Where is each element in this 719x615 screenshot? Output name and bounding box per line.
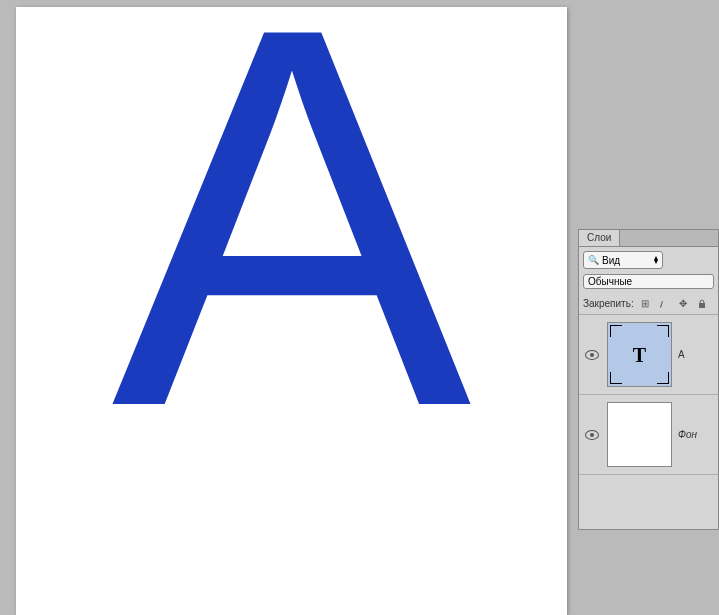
layer-thumbnail[interactable]: T: [607, 322, 672, 387]
corner-marker: [657, 325, 669, 337]
layer-row-text[interactable]: T A: [579, 315, 718, 395]
layer-thumbnail[interactable]: [607, 402, 672, 467]
layer-kind-filter[interactable]: 🔍 Вид ▴▾: [583, 251, 663, 269]
corner-marker: [610, 325, 622, 337]
kind-filter-label: Вид: [602, 255, 620, 266]
canvas-workspace[interactable]: А: [16, 7, 567, 615]
text-layer-icon: T: [633, 343, 646, 366]
lock-label: Закрепить:: [583, 298, 634, 309]
eye-icon: [585, 350, 599, 360]
lock-pixels-icon[interactable]: [658, 297, 671, 310]
corner-marker: [657, 372, 669, 384]
visibility-toggle[interactable]: [581, 350, 603, 360]
visibility-toggle[interactable]: [581, 430, 603, 440]
lock-position-icon[interactable]: ✥: [677, 297, 690, 310]
lock-all-icon[interactable]: [696, 297, 709, 310]
lock-row: Закрепить: ⊞ ✥: [579, 293, 718, 315]
corner-marker: [610, 372, 622, 384]
svg-rect-0: [699, 303, 705, 308]
eye-icon: [585, 430, 599, 440]
blend-mode-value: Обычные: [588, 276, 632, 287]
lock-icons-group: ⊞ ✥: [639, 297, 709, 310]
canvas-text-content[interactable]: А: [111, 0, 471, 487]
layers-panel: Слои 🔍 Вид ▴▾ Обычные Закрепить: ⊞ ✥: [578, 229, 719, 530]
blend-mode-dropdown[interactable]: Обычные: [583, 274, 714, 289]
layers-list: T A Фон: [579, 315, 718, 529]
search-icon: 🔍: [588, 255, 599, 265]
lock-transparency-icon[interactable]: ⊞: [639, 297, 652, 310]
panel-filter-row: 🔍 Вид ▴▾: [579, 247, 718, 273]
layer-row-background[interactable]: Фон: [579, 395, 718, 475]
blend-mode-row: Обычные: [579, 273, 718, 293]
layer-name[interactable]: Фон: [676, 429, 716, 440]
tab-layers[interactable]: Слои: [579, 230, 620, 246]
layer-name[interactable]: A: [676, 349, 716, 360]
panel-tab-bar: Слои: [579, 230, 718, 247]
dropdown-arrows-icon: ▴▾: [654, 256, 658, 264]
